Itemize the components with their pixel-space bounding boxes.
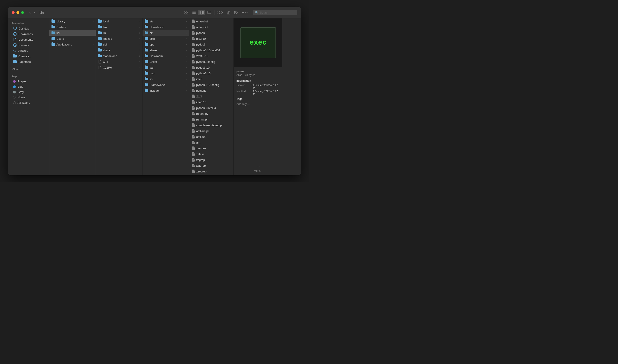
tag-button[interactable]: [233, 10, 239, 15]
view-columns-button[interactable]: [198, 10, 205, 15]
list-item[interactable]: python3.10: [189, 70, 233, 76]
view-grid-button[interactable]: [183, 10, 190, 15]
search-input[interactable]: [260, 11, 293, 14]
finder-window: ‹ › bin ▾: [8, 7, 301, 175]
file-icon: [191, 54, 195, 58]
sidebar-item-creative[interactable]: Creative...: [10, 53, 48, 59]
list-item[interactable]: python3.10-intel64: [189, 47, 233, 53]
file-icon: [191, 112, 195, 116]
add-tags-button[interactable]: Add Tags...: [236, 103, 250, 106]
file-icon: [191, 164, 195, 167]
sidebar-item-recents[interactable]: Recents: [10, 42, 48, 48]
list-item[interactable]: opt ›: [142, 41, 189, 47]
list-item[interactable]: pip3.10: [189, 36, 233, 41]
sidebar-item-all-tags[interactable]: All Tags...: [10, 100, 48, 105]
list-item[interactable]: share ›: [96, 47, 142, 53]
list-item[interactable]: antRun: [189, 134, 233, 140]
sidebar-item-papers[interactable]: Papers to...: [10, 59, 48, 64]
list-item[interactable]: Frameworks ›: [142, 82, 189, 88]
list-item[interactable]: lib ›: [142, 76, 189, 82]
list-item[interactable]: Cellar ›: [142, 59, 189, 65]
list-item[interactable]: python3: [189, 88, 233, 93]
chevron-icon: ›: [139, 55, 140, 57]
list-item[interactable]: sbin ›: [96, 41, 142, 47]
file-icon: [191, 123, 195, 127]
list-item[interactable]: X11R6 ›: [96, 65, 142, 70]
chevron-icon: ›: [139, 32, 140, 34]
list-item[interactable]: xzless: [189, 151, 233, 157]
list-item[interactable]: autopoint: [189, 24, 233, 30]
list-item[interactable]: envsubst: [189, 18, 233, 24]
list-item[interactable]: python: [189, 30, 233, 36]
list-item[interactable]: idle3.10: [189, 99, 233, 105]
list-item[interactable]: var ›: [142, 65, 189, 70]
chevron-icon: ›: [139, 66, 140, 69]
list-item[interactable]: pydoc3.10: [189, 65, 233, 70]
folder-icon: [13, 54, 17, 58]
list-item[interactable]: System ›: [49, 24, 96, 30]
item-name: antRun.pl: [196, 130, 209, 133]
list-item[interactable]: standalone ›: [96, 53, 142, 59]
list-item[interactable]: xzmore: [189, 145, 233, 151]
list-item[interactable]: xzfgrep: [189, 163, 233, 169]
sidebar-item-airdrop[interactable]: AirDrop: [10, 48, 48, 53]
list-item[interactable]: etc ›: [142, 18, 189, 24]
back-button[interactable]: ‹: [28, 10, 32, 15]
list-item[interactable]: python3.10-config: [189, 82, 233, 88]
list-item[interactable]: man ›: [142, 70, 189, 76]
forward-button[interactable]: ›: [33, 10, 36, 15]
maximize-button[interactable]: [21, 11, 24, 14]
more-button[interactable]: More...: [254, 169, 262, 172]
folder-icon: [52, 37, 55, 40]
list-item[interactable]: ant: [189, 140, 233, 145]
list-item[interactable]: 2to3: [189, 93, 233, 99]
view-list-button[interactable]: [191, 10, 197, 15]
list-item[interactable]: xzgrep: [189, 157, 233, 163]
more-button[interactable]: ••• ▾: [240, 10, 249, 15]
list-item[interactable]: xzegrep: [189, 169, 233, 174]
close-button[interactable]: [12, 11, 15, 14]
sidebar-item-purple[interactable]: Purple: [10, 79, 48, 84]
list-item[interactable]: xzdiff: [189, 174, 233, 175]
list-item[interactable]: Homebrew ›: [142, 24, 189, 30]
list-item[interactable]: python3-config: [189, 59, 233, 65]
created-value: 11 January 2022 at 1:07 PM: [252, 84, 280, 89]
minimize-button[interactable]: [16, 11, 19, 14]
list-item[interactable]: usr ›: [49, 30, 96, 36]
list-item[interactable]: pydoc3: [189, 41, 233, 47]
list-item[interactable]: X11 ›: [96, 59, 142, 65]
list-item[interactable]: antRun.pl: [189, 128, 233, 134]
list-item[interactable]: Users ›: [49, 36, 96, 41]
list-item[interactable]: python3-intel64: [189, 105, 233, 111]
list-item[interactable]: lib ›: [96, 30, 142, 36]
sidebar-item-documents[interactable]: Documents: [10, 37, 48, 42]
list-item[interactable]: complete-ant-cmd.pl: [189, 122, 233, 128]
list-item[interactable]: share ›: [142, 47, 189, 53]
list-item[interactable]: idle3: [189, 76, 233, 82]
folder-icon: [13, 60, 17, 64]
list-item[interactable]: runant.pl: [189, 117, 233, 122]
sidebar-item-blue[interactable]: Blue: [10, 84, 48, 89]
list-item[interactable]: Caskroom ›: [142, 53, 189, 59]
sidebar-item-downloads[interactable]: Downloads: [10, 31, 48, 37]
list-item[interactable]: bin ›: [142, 30, 189, 36]
sidebar-item-gray[interactable]: Gray: [10, 90, 48, 94]
list-item[interactable]: sbin ›: [142, 36, 189, 41]
column-4: envsubst autopoint python pip3.10 pydoc3: [189, 18, 233, 175]
list-item[interactable]: runant.py: [189, 111, 233, 117]
sidebar-item-desktop[interactable]: Desktop: [10, 26, 48, 31]
titlebar: ‹ › bin ▾: [8, 7, 301, 18]
sidebar-item-home[interactable]: Home: [10, 95, 48, 100]
list-item[interactable]: Library ›: [49, 18, 96, 24]
folder-icon: [98, 37, 102, 40]
search-box[interactable]: 🔍: [253, 10, 297, 15]
group-button[interactable]: ▾: [216, 10, 225, 15]
list-item[interactable]: bin ›: [96, 24, 142, 30]
list-item[interactable]: 2to3-3.10: [189, 53, 233, 59]
list-item[interactable]: include ›: [142, 88, 189, 93]
view-gallery-button[interactable]: [206, 10, 212, 15]
list-item[interactable]: Applications ›: [49, 41, 96, 47]
list-item[interactable]: local ›: [96, 18, 142, 24]
list-item[interactable]: libexec ›: [96, 36, 142, 41]
share-button[interactable]: [226, 10, 232, 15]
